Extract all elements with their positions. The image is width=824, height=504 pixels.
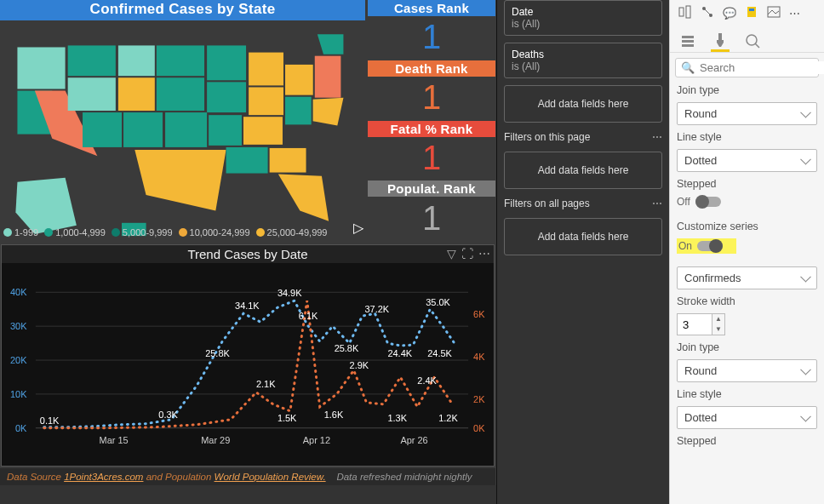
overflow-icon[interactable]: ⋯ <box>789 7 800 20</box>
svg-rect-72 <box>749 9 754 11</box>
population-rank-title: Populat. Rank <box>368 180 495 197</box>
filters-section-page[interactable]: Filters on this page⋯ <box>504 129 662 145</box>
svg-marker-28 <box>15 178 77 234</box>
population-rank-card[interactable]: Populat. Rank 1 <box>368 180 495 239</box>
svg-text:0.1K: 0.1K <box>40 415 60 426</box>
stroke-down-icon[interactable]: ▼ <box>712 324 724 335</box>
more-icon[interactable]: ⋯ <box>652 131 662 143</box>
add-fields-visual[interactable]: Add data fields here <box>504 85 662 123</box>
fields-tab-icon[interactable] <box>678 30 697 52</box>
death-rank-card[interactable]: Death Rank 1 <box>368 60 495 119</box>
map-visual[interactable]: Confirmed Cases by State <box>0 0 365 239</box>
svg-text:10K: 10K <box>10 389 27 399</box>
svg-rect-66 <box>679 8 684 16</box>
stepped-label-2: Stepped <box>677 435 817 447</box>
cases-rank-value: 1 <box>368 16 495 59</box>
svg-rect-3 <box>157 45 204 76</box>
usa-map-svg <box>0 20 365 239</box>
svg-rect-75 <box>682 40 694 43</box>
filter-card-date[interactable]: Date is (All) <box>504 0 662 36</box>
customize-series-toggle[interactable]: On <box>677 238 736 254</box>
legend-next-icon[interactable]: ▷ <box>353 220 363 236</box>
svg-rect-2 <box>118 45 155 76</box>
fatal-rank-value: 1 <box>368 137 495 180</box>
map-area[interactable]: 1-999 1,000-4,999 5,000-9,999 10,000-24,… <box>0 20 365 239</box>
stepped-toggle[interactable]: Off <box>677 196 817 208</box>
format-tabs <box>670 26 824 53</box>
more-options-icon[interactable]: ⋯ <box>478 247 490 261</box>
series-select[interactable]: Confirmeds <box>677 266 817 289</box>
svg-rect-4 <box>207 45 246 80</box>
svg-text:Apr 12: Apr 12 <box>303 435 330 445</box>
stroke-width-input[interactable] <box>677 313 712 335</box>
svg-text:24.4K: 24.4K <box>387 348 412 358</box>
join-type-label: Join type <box>677 84 817 96</box>
svg-text:37.2K: 37.2K <box>365 304 390 314</box>
svg-rect-26 <box>270 148 306 173</box>
link-world-population[interactable]: World Population Review. <box>215 472 326 482</box>
svg-rect-16 <box>285 97 312 125</box>
svg-rect-77 <box>718 33 722 40</box>
filter-card-deaths[interactable]: Deaths is (All) <box>504 43 662 78</box>
cases-rank-card[interactable]: Cases Rank 1 <box>368 0 495 59</box>
line-style-label-2: Line style <box>677 388 817 400</box>
legend-item-1: 1-999 <box>14 227 38 238</box>
svg-rect-76 <box>682 44 694 47</box>
join-type-select-2[interactable]: Round <box>677 359 817 382</box>
join-type-label-2: Join type <box>677 341 817 353</box>
svg-rect-11 <box>68 77 116 111</box>
stroke-width-spinner[interactable]: ▲▼ <box>677 313 817 335</box>
svg-rect-1 <box>68 45 116 76</box>
svg-rect-0 <box>17 47 65 89</box>
trend-chart-area[interactable]: 40K 30K 20K 10K 0K 6K 4K 2K 0K Mar 15 Ma… <box>2 263 494 466</box>
footer-text: Data Source 1Point3Acres.com and Populat… <box>0 468 495 485</box>
add-fields-page[interactable]: Add data fields here <box>504 152 662 189</box>
format-search-box[interactable]: 🔍 <box>675 58 819 77</box>
svg-text:30K: 30K <box>10 321 27 331</box>
legend-item-3: 5,000-9,999 <box>123 227 173 238</box>
cases-rank-title: Cases Rank <box>368 0 495 16</box>
image-icon[interactable] <box>767 5 781 21</box>
model-icon[interactable] <box>701 5 714 21</box>
svg-text:6K: 6K <box>473 309 485 319</box>
filter-icon[interactable]: ▽ <box>447 247 456 261</box>
join-type-select[interactable]: Round <box>677 102 817 125</box>
svg-rect-74 <box>682 36 694 38</box>
trend-visual[interactable]: Trend Cases by Date ▽ ⛶ ⋯ 40K 30K 20K 10… <box>1 244 495 467</box>
death-rank-value: 1 <box>368 77 495 119</box>
svg-rect-67 <box>686 6 690 18</box>
customize-series-label: Customize series <box>677 220 817 232</box>
svg-text:6.1K: 6.1K <box>299 311 318 321</box>
svg-text:0K: 0K <box>473 423 485 433</box>
rank-column: Cases Rank 1 Death Rank 1 Fatal % Rank 1… <box>368 0 495 239</box>
legend-item-5: 25,000-49,999 <box>267 227 328 238</box>
focus-mode-icon[interactable]: ⛶ <box>461 247 473 261</box>
search-input[interactable] <box>700 61 824 74</box>
comment-icon[interactable]: 💬 <box>723 7 736 20</box>
svg-rect-7 <box>315 56 341 98</box>
format-tab-icon[interactable] <box>711 30 730 52</box>
build-icon[interactable] <box>678 5 692 21</box>
filters-pane: Date is (All) Deaths is (All) Add data f… <box>496 0 669 504</box>
svg-text:2.1K: 2.1K <box>256 379 276 389</box>
link-1point3acres[interactable]: 1Point3Acres.com <box>64 472 143 482</box>
stroke-up-icon[interactable]: ▲ <box>712 314 724 324</box>
stepped-label: Stepped <box>677 178 817 190</box>
line-style-select-2[interactable]: Dotted <box>677 406 817 429</box>
svg-rect-12 <box>118 77 155 111</box>
more-icon-2[interactable]: ⋯ <box>652 198 662 209</box>
add-fields-all-pages[interactable]: Add data fields here <box>504 218 662 255</box>
svg-marker-27 <box>278 175 329 221</box>
report-canvas: Confirmed Cases by State <box>0 0 496 485</box>
svg-text:34.1K: 34.1K <box>235 301 260 311</box>
stroke-width-label: Stroke width <box>677 295 817 307</box>
filters-section-all-pages[interactable]: Filters on all pages⋯ <box>504 196 662 211</box>
svg-rect-20 <box>123 112 163 147</box>
svg-text:1.2K: 1.2K <box>438 413 458 423</box>
svg-rect-13 <box>157 77 204 111</box>
fatal-rank-card[interactable]: Fatal % Rank 1 <box>368 121 495 180</box>
bookmark-icon[interactable] <box>745 5 758 21</box>
line-style-select[interactable]: Dotted <box>677 149 817 172</box>
svg-rect-5 <box>249 53 283 86</box>
analytics-tab-icon[interactable] <box>743 30 762 52</box>
